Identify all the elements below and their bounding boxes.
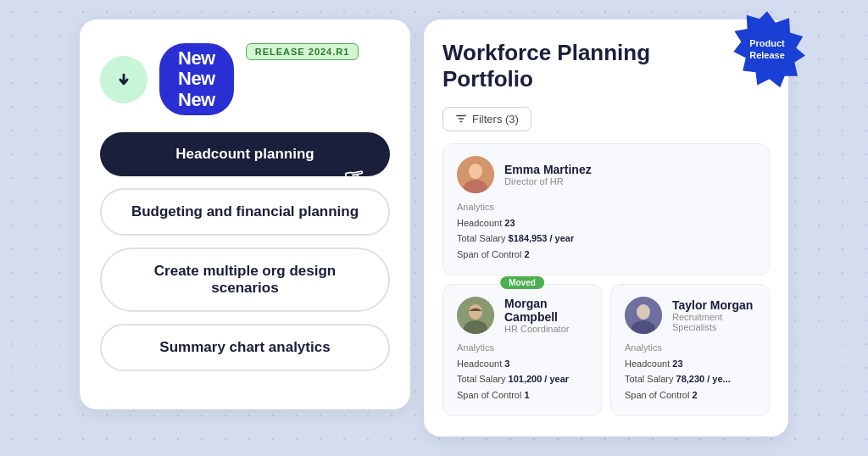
taylor-name: Taylor Morgan xyxy=(672,298,755,312)
morgan-header: Morgan Campbell HR Coordinator xyxy=(457,297,587,334)
headcount-label: Headcount planning xyxy=(175,146,314,162)
budgeting-label: Budgeting and financial planning xyxy=(131,203,359,220)
org-design-button[interactable]: Create multiple org design scenarios xyxy=(100,247,390,312)
emma-header: Emma Martinez Director of HR xyxy=(457,156,755,193)
emma-analytics-label: Analytics xyxy=(457,202,755,212)
summary-analytics-button[interactable]: Summary chart analytics xyxy=(100,324,390,371)
svg-point-2 xyxy=(469,164,482,179)
main-container: NewNewNew RELEASE 2024.R1 Headcount plan… xyxy=(80,19,788,437)
org-design-label: Create multiple org design scenarios xyxy=(154,263,336,296)
emma-title: Director of HR xyxy=(504,176,592,186)
right-card-header: Workforce PlanningPortfolio Product Rele… xyxy=(442,40,770,106)
avatar-morgan xyxy=(457,297,494,334)
person-card-emma: Emma Martinez Director of HR Analytics H… xyxy=(442,143,770,275)
left-header: NewNewNew RELEASE 2024.R1 xyxy=(100,43,390,115)
left-card: NewNewNew RELEASE 2024.R1 Headcount plan… xyxy=(80,19,410,409)
emma-name: Emma Martinez xyxy=(504,163,592,176)
release-badge: RELEASE 2024.R1 xyxy=(246,43,359,60)
svg-point-8 xyxy=(637,304,650,320)
headcount-planning-button[interactable]: Headcount planning ☞ xyxy=(100,132,390,176)
emma-analytics-detail: Headcount 23 Total Salary $184,953 / yea… xyxy=(457,215,755,263)
workforce-grid: Emma Martinez Director of HR Analytics H… xyxy=(442,143,770,416)
new-badge-area: NewNewNew xyxy=(159,43,234,115)
product-release-text: Product Release xyxy=(749,37,785,62)
download-icon xyxy=(112,68,136,92)
avatar-taylor xyxy=(625,297,662,334)
person-card-taylor: Taylor Morgan Recruitment Specialists An… xyxy=(610,284,770,416)
budgeting-button[interactable]: Budgeting and financial planning xyxy=(100,188,390,236)
taylor-header: Taylor Morgan Recruitment Specialists xyxy=(625,297,755,334)
taylor-title: Recruitment Specialists xyxy=(672,312,755,332)
product-release-badge: Product Release xyxy=(729,11,805,87)
summary-label: Summary chart analytics xyxy=(159,339,330,355)
avatar-emma xyxy=(457,156,494,193)
morgan-title: HR Coordinator xyxy=(504,324,587,334)
bottom-card-row: Moved Morgan Campbell HR xyxy=(442,284,770,416)
cursor-icon: ☞ xyxy=(341,162,366,193)
morgan-analytics-detail: Headcount 3 Total Salary 101,200 / year … xyxy=(457,356,587,403)
person-card-morgan: Moved Morgan Campbell HR xyxy=(442,284,602,416)
right-card-title: Workforce PlanningPortfolio xyxy=(442,40,650,92)
right-card: Workforce PlanningPortfolio Product Rele… xyxy=(424,19,788,437)
taylor-analytics-detail: Headcount 23 Total Salary 78,230 / ye...… xyxy=(625,356,755,403)
morgan-name: Morgan Campbell xyxy=(504,297,587,324)
morgan-analytics-label: Analytics xyxy=(457,342,587,353)
new-pill: NewNewNew xyxy=(159,43,234,115)
new-pill-text: NewNewNew xyxy=(178,48,215,110)
filter-icon xyxy=(455,113,467,125)
filter-button[interactable]: Filters (3) xyxy=(442,107,531,131)
taylor-analytics-label: Analytics xyxy=(625,342,755,353)
filter-label: Filters (3) xyxy=(472,113,519,125)
logo-circle xyxy=(100,56,147,103)
moved-badge: Moved xyxy=(500,276,544,289)
svg-point-5 xyxy=(469,304,482,320)
